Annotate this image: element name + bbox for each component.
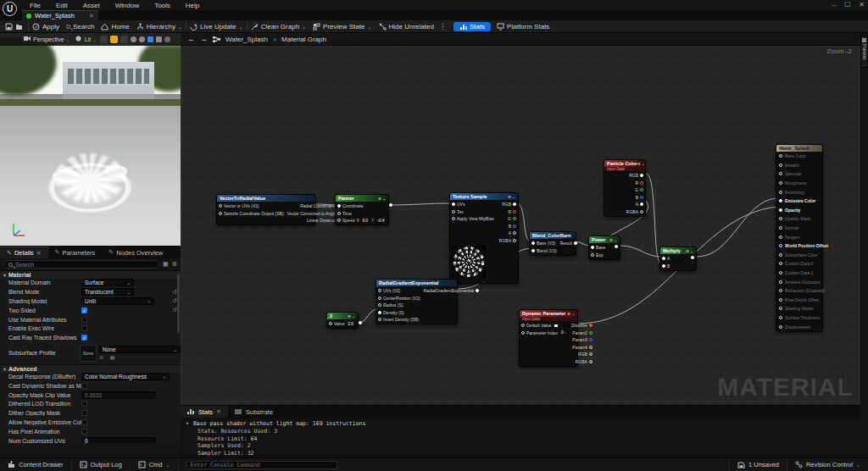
asset-thumbnail[interactable]: None: [80, 345, 97, 362]
node-input-pin[interactable]: B: [662, 263, 670, 269]
unsaved-status-button[interactable]: 1 Unsaved: [729, 458, 787, 471]
material-pin-row[interactable]: Base Color: [776, 152, 822, 161]
pin-icon[interactable]: [662, 257, 665, 260]
hide-unrelated-button[interactable]: Hide Unrelated: [376, 22, 437, 31]
node-settings-icon[interactable]: ⚙ ⌄: [567, 312, 575, 316]
material-pin-row[interactable]: Tangent: [776, 232, 822, 241]
breadcrumb-root[interactable]: Water_Splash: [225, 36, 268, 43]
node-expand-icon[interactable]: ⌄: [450, 280, 518, 283]
cmd-dropdown[interactable]: Cmd ⌄: [131, 458, 179, 471]
node-output-pin[interactable]: R: [508, 209, 516, 214]
node-input-pin[interactable]: Swizzle Coordinate Output (SB): [219, 211, 284, 216]
pin-icon[interactable]: [640, 196, 643, 199]
material-pin-row[interactable]: Emissive Color: [776, 197, 822, 206]
node-header[interactable]: Water_Splash: [776, 145, 822, 152]
node-material-output[interactable]: Water_SplashBase ColorMetallicSpecularRo…: [776, 144, 823, 332]
pin-icon[interactable]: [531, 249, 535, 252]
node-header[interactable]: Multiply⚙ ⌄: [660, 247, 696, 254]
node-output-pin[interactable]: R: [635, 180, 643, 186]
details-filter-icon[interactable]: ▦: [163, 261, 169, 268]
pin-icon[interactable]: [452, 202, 455, 206]
pin-icon[interactable]: [779, 298, 782, 302]
node-input-pin[interactable]: Base: [591, 245, 605, 250]
node-input-pin[interactable]: UVs (V2): [378, 288, 420, 293]
property-checkbox[interactable]: ✓: [81, 335, 87, 341]
details-settings-icon[interactable]: ⚙: [172, 261, 177, 268]
asset-dropdown[interactable]: None⌄: [99, 346, 181, 353]
preview-state-button[interactable]: Preview State⌄: [309, 22, 375, 31]
pin-icon[interactable]: [452, 217, 455, 220]
node-output-pin[interactable]: [615, 245, 618, 248]
content-drawer-button[interactable]: Content Drawer: [0, 458, 72, 471]
property-checkbox[interactable]: ✓: [81, 308, 87, 313]
menu-window[interactable]: Window: [108, 2, 147, 9]
pin-icon[interactable]: [521, 324, 525, 327]
property-dropdown[interactable]: Surface⌄: [81, 279, 134, 286]
material-pin-row[interactable]: Surface Thickness: [776, 313, 822, 323]
platform-stats-button[interactable]: Platform Stats: [493, 22, 553, 31]
pin-icon[interactable]: [640, 181, 643, 185]
perspective-dropdown[interactable]: Perspective⌄: [22, 35, 71, 44]
node-output-pin[interactable]: Result: [560, 241, 577, 246]
node-input-pin[interactable]: CenterPosition (V2): [378, 296, 420, 301]
node-input-pin[interactable]: SpeedX0.0Y-0.4: [337, 218, 386, 223]
pin-icon[interactable]: [337, 212, 341, 215]
pin-icon[interactable]: [513, 239, 516, 242]
pin-icon[interactable]: [640, 210, 643, 213]
node-blend-colorburn[interactable]: Blend_ColorBurnBase (V3)Blend (V3)Result: [529, 231, 576, 256]
nav-back-icon[interactable]: ←: [187, 35, 195, 43]
browse-to-asset-icon[interactable]: [15, 23, 23, 30]
node-constant-2[interactable]: 2⚙ ⌄Value2.0: [326, 312, 359, 329]
node-settings-icon[interactable]: ⚙ ⌄: [637, 162, 645, 166]
menu-tools[interactable]: Tools: [147, 2, 178, 9]
node-output-pin[interactable]: RGB: [629, 173, 643, 178]
node-settings-icon[interactable]: ⚙ ⌄: [348, 314, 355, 319]
node-input-pin[interactable]: Apply View MipBias: [452, 216, 494, 221]
node-output-pin[interactable]: Dissolve: [571, 323, 593, 328]
x-value-field[interactable]: 0.0: [361, 218, 370, 223]
pin-icon[interactable]: [589, 352, 593, 356]
pin-icon[interactable]: [378, 303, 381, 307]
pin-icon[interactable]: [779, 316, 782, 319]
details-scrollbar[interactable]: [177, 274, 180, 333]
property-checkbox[interactable]: [81, 383, 87, 389]
pin-icon[interactable]: [591, 246, 594, 249]
property-dropdown[interactable]: Color Normal Roughness⌄: [81, 373, 170, 380]
clean-graph-button[interactable]: Clean Graph⌄: [248, 22, 309, 31]
node-output-pin[interactable]: G: [508, 216, 516, 221]
node-output-pin[interactable]: RGB: [502, 202, 516, 207]
pin-icon[interactable]: [513, 210, 516, 213]
property-checkbox[interactable]: [81, 410, 87, 416]
material-pin-row[interactable]: Pixel Depth Offset: [776, 296, 822, 305]
pin-icon[interactable]: [378, 296, 381, 300]
node-input-pin[interactable]: Base (V3): [531, 241, 557, 246]
home-button[interactable]: Home: [97, 22, 132, 31]
node-output-pin[interactable]: G: [635, 187, 643, 192]
preview-shape-sphere-icon[interactable]: [139, 36, 145, 42]
palette-side-tab[interactable]: Palette: [860, 36, 868, 68]
pin-icon[interactable]: [779, 217, 782, 220]
node-settings-icon[interactable]: ⚙ ⌄: [686, 249, 693, 253]
pin-icon[interactable]: [589, 324, 593, 327]
value-field[interactable]: 2.0: [346, 321, 354, 326]
pin-icon[interactable]: [779, 181, 782, 185]
node-output-pin[interactable]: A: [509, 230, 516, 236]
node-output-pin[interactable]: [691, 256, 694, 259]
property-checkbox[interactable]: [81, 429, 87, 435]
pin-icon[interactable]: [779, 271, 782, 274]
node-output-pin[interactable]: RadialGradientExponential: [424, 288, 479, 293]
node-settings-icon[interactable]: ⚙ ⌄: [609, 238, 617, 242]
pin-icon[interactable]: [591, 253, 594, 257]
node-header[interactable]: RadialGradientExponential: [376, 280, 457, 286]
window-maximize-button[interactable]: ☐: [844, 1, 850, 8]
viewport-preview[interactable]: [0, 33, 181, 246]
y-value-field[interactable]: -0.4: [376, 218, 386, 223]
tab-stats[interactable]: Stats ✕: [181, 406, 228, 418]
pin-icon[interactable]: [219, 212, 222, 215]
material-pin-row[interactable]: World Position Offset: [776, 241, 822, 251]
node-power[interactable]: Power⚙ ⌄BaseExp: [588, 236, 620, 260]
node-input-pin[interactable]: UVs: [452, 202, 494, 207]
node-radial-gradient-exponential[interactable]: RadialGradientExponentialUVs (V2)CenterP…: [376, 279, 458, 324]
node-output-pin[interactable]: RGBA: [576, 359, 593, 364]
pin-icon[interactable]: [779, 280, 782, 284]
